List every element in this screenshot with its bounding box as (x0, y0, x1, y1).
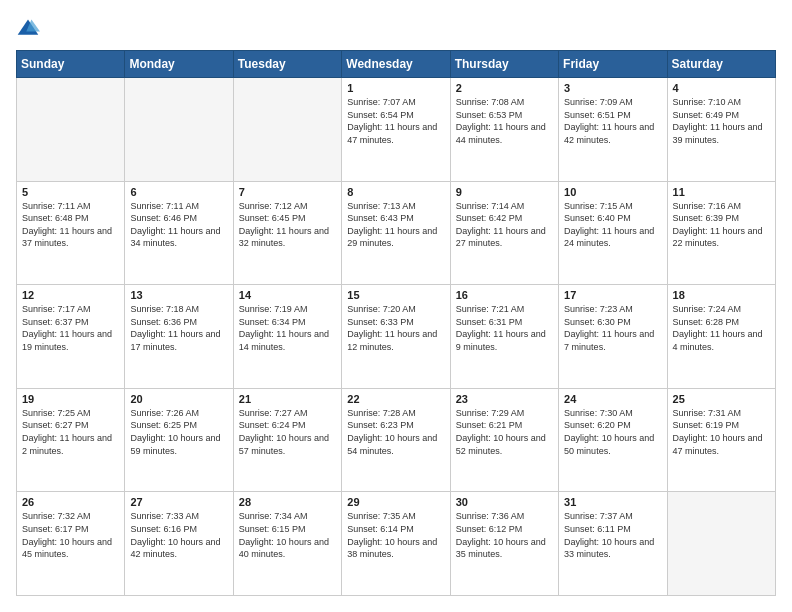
day-info: Sunrise: 7:32 AM Sunset: 6:17 PM Dayligh… (22, 510, 119, 560)
day-info: Sunrise: 7:20 AM Sunset: 6:33 PM Dayligh… (347, 303, 444, 353)
day-info: Sunrise: 7:18 AM Sunset: 6:36 PM Dayligh… (130, 303, 227, 353)
calendar-week-row: 1Sunrise: 7:07 AM Sunset: 6:54 PM Daylig… (17, 78, 776, 182)
day-info: Sunrise: 7:30 AM Sunset: 6:20 PM Dayligh… (564, 407, 661, 457)
day-number: 25 (673, 393, 770, 405)
day-number: 26 (22, 496, 119, 508)
day-info: Sunrise: 7:08 AM Sunset: 6:53 PM Dayligh… (456, 96, 553, 146)
calendar-day-cell: 27Sunrise: 7:33 AM Sunset: 6:16 PM Dayli… (125, 492, 233, 596)
day-number: 20 (130, 393, 227, 405)
day-info: Sunrise: 7:34 AM Sunset: 6:15 PM Dayligh… (239, 510, 336, 560)
day-info: Sunrise: 7:10 AM Sunset: 6:49 PM Dayligh… (673, 96, 770, 146)
calendar-day-cell: 13Sunrise: 7:18 AM Sunset: 6:36 PM Dayli… (125, 285, 233, 389)
day-number: 9 (456, 186, 553, 198)
calendar-day-header: Friday (559, 51, 667, 78)
calendar-day-cell: 3Sunrise: 7:09 AM Sunset: 6:51 PM Daylig… (559, 78, 667, 182)
calendar-day-cell: 7Sunrise: 7:12 AM Sunset: 6:45 PM Daylig… (233, 181, 341, 285)
day-info: Sunrise: 7:33 AM Sunset: 6:16 PM Dayligh… (130, 510, 227, 560)
day-number: 17 (564, 289, 661, 301)
day-number: 19 (22, 393, 119, 405)
day-number: 27 (130, 496, 227, 508)
calendar-header-row: SundayMondayTuesdayWednesdayThursdayFrid… (17, 51, 776, 78)
calendar-day-cell: 2Sunrise: 7:08 AM Sunset: 6:53 PM Daylig… (450, 78, 558, 182)
day-number: 28 (239, 496, 336, 508)
calendar-day-cell: 6Sunrise: 7:11 AM Sunset: 6:46 PM Daylig… (125, 181, 233, 285)
day-number: 18 (673, 289, 770, 301)
day-number: 2 (456, 82, 553, 94)
calendar-day-header: Saturday (667, 51, 775, 78)
day-info: Sunrise: 7:36 AM Sunset: 6:12 PM Dayligh… (456, 510, 553, 560)
calendar-day-cell: 19Sunrise: 7:25 AM Sunset: 6:27 PM Dayli… (17, 388, 125, 492)
day-number: 12 (22, 289, 119, 301)
calendar-table: SundayMondayTuesdayWednesdayThursdayFrid… (16, 50, 776, 596)
calendar-week-row: 19Sunrise: 7:25 AM Sunset: 6:27 PM Dayli… (17, 388, 776, 492)
day-number: 29 (347, 496, 444, 508)
day-info: Sunrise: 7:27 AM Sunset: 6:24 PM Dayligh… (239, 407, 336, 457)
calendar-day-cell: 11Sunrise: 7:16 AM Sunset: 6:39 PM Dayli… (667, 181, 775, 285)
calendar-day-cell: 23Sunrise: 7:29 AM Sunset: 6:21 PM Dayli… (450, 388, 558, 492)
day-info: Sunrise: 7:26 AM Sunset: 6:25 PM Dayligh… (130, 407, 227, 457)
day-number: 1 (347, 82, 444, 94)
day-number: 6 (130, 186, 227, 198)
day-number: 24 (564, 393, 661, 405)
day-info: Sunrise: 7:07 AM Sunset: 6:54 PM Dayligh… (347, 96, 444, 146)
calendar-day-cell (667, 492, 775, 596)
day-number: 21 (239, 393, 336, 405)
calendar-day-cell: 15Sunrise: 7:20 AM Sunset: 6:33 PM Dayli… (342, 285, 450, 389)
day-info: Sunrise: 7:31 AM Sunset: 6:19 PM Dayligh… (673, 407, 770, 457)
day-info: Sunrise: 7:37 AM Sunset: 6:11 PM Dayligh… (564, 510, 661, 560)
day-info: Sunrise: 7:21 AM Sunset: 6:31 PM Dayligh… (456, 303, 553, 353)
logo-icon (16, 16, 40, 40)
day-number: 14 (239, 289, 336, 301)
day-number: 22 (347, 393, 444, 405)
calendar-day-header: Sunday (17, 51, 125, 78)
calendar-day-cell: 28Sunrise: 7:34 AM Sunset: 6:15 PM Dayli… (233, 492, 341, 596)
calendar-day-cell: 17Sunrise: 7:23 AM Sunset: 6:30 PM Dayli… (559, 285, 667, 389)
day-number: 11 (673, 186, 770, 198)
day-info: Sunrise: 7:35 AM Sunset: 6:14 PM Dayligh… (347, 510, 444, 560)
calendar-day-header: Monday (125, 51, 233, 78)
day-info: Sunrise: 7:16 AM Sunset: 6:39 PM Dayligh… (673, 200, 770, 250)
calendar-day-cell: 20Sunrise: 7:26 AM Sunset: 6:25 PM Dayli… (125, 388, 233, 492)
calendar-day-cell: 16Sunrise: 7:21 AM Sunset: 6:31 PM Dayli… (450, 285, 558, 389)
day-number: 15 (347, 289, 444, 301)
day-number: 4 (673, 82, 770, 94)
day-info: Sunrise: 7:14 AM Sunset: 6:42 PM Dayligh… (456, 200, 553, 250)
day-info: Sunrise: 7:24 AM Sunset: 6:28 PM Dayligh… (673, 303, 770, 353)
calendar-day-cell: 29Sunrise: 7:35 AM Sunset: 6:14 PM Dayli… (342, 492, 450, 596)
calendar-day-cell: 10Sunrise: 7:15 AM Sunset: 6:40 PM Dayli… (559, 181, 667, 285)
calendar-week-row: 5Sunrise: 7:11 AM Sunset: 6:48 PM Daylig… (17, 181, 776, 285)
calendar-day-cell: 21Sunrise: 7:27 AM Sunset: 6:24 PM Dayli… (233, 388, 341, 492)
day-info: Sunrise: 7:11 AM Sunset: 6:46 PM Dayligh… (130, 200, 227, 250)
calendar-day-cell: 8Sunrise: 7:13 AM Sunset: 6:43 PM Daylig… (342, 181, 450, 285)
calendar-day-header: Thursday (450, 51, 558, 78)
calendar-day-header: Tuesday (233, 51, 341, 78)
calendar-day-cell: 26Sunrise: 7:32 AM Sunset: 6:17 PM Dayli… (17, 492, 125, 596)
day-number: 3 (564, 82, 661, 94)
day-number: 10 (564, 186, 661, 198)
day-info: Sunrise: 7:11 AM Sunset: 6:48 PM Dayligh… (22, 200, 119, 250)
calendar-day-cell: 30Sunrise: 7:36 AM Sunset: 6:12 PM Dayli… (450, 492, 558, 596)
logo (16, 16, 44, 40)
day-info: Sunrise: 7:12 AM Sunset: 6:45 PM Dayligh… (239, 200, 336, 250)
calendar-day-cell: 25Sunrise: 7:31 AM Sunset: 6:19 PM Dayli… (667, 388, 775, 492)
calendar-day-header: Wednesday (342, 51, 450, 78)
calendar-week-row: 12Sunrise: 7:17 AM Sunset: 6:37 PM Dayli… (17, 285, 776, 389)
calendar-day-cell: 14Sunrise: 7:19 AM Sunset: 6:34 PM Dayli… (233, 285, 341, 389)
day-number: 30 (456, 496, 553, 508)
calendar-day-cell (233, 78, 341, 182)
day-number: 23 (456, 393, 553, 405)
day-info: Sunrise: 7:25 AM Sunset: 6:27 PM Dayligh… (22, 407, 119, 457)
day-number: 13 (130, 289, 227, 301)
day-info: Sunrise: 7:13 AM Sunset: 6:43 PM Dayligh… (347, 200, 444, 250)
calendar-week-row: 26Sunrise: 7:32 AM Sunset: 6:17 PM Dayli… (17, 492, 776, 596)
day-number: 16 (456, 289, 553, 301)
day-number: 7 (239, 186, 336, 198)
page: SundayMondayTuesdayWednesdayThursdayFrid… (0, 0, 792, 612)
calendar-day-cell: 22Sunrise: 7:28 AM Sunset: 6:23 PM Dayli… (342, 388, 450, 492)
calendar-day-cell: 24Sunrise: 7:30 AM Sunset: 6:20 PM Dayli… (559, 388, 667, 492)
day-info: Sunrise: 7:29 AM Sunset: 6:21 PM Dayligh… (456, 407, 553, 457)
day-info: Sunrise: 7:19 AM Sunset: 6:34 PM Dayligh… (239, 303, 336, 353)
calendar-day-cell: 1Sunrise: 7:07 AM Sunset: 6:54 PM Daylig… (342, 78, 450, 182)
day-info: Sunrise: 7:17 AM Sunset: 6:37 PM Dayligh… (22, 303, 119, 353)
calendar-day-cell (17, 78, 125, 182)
